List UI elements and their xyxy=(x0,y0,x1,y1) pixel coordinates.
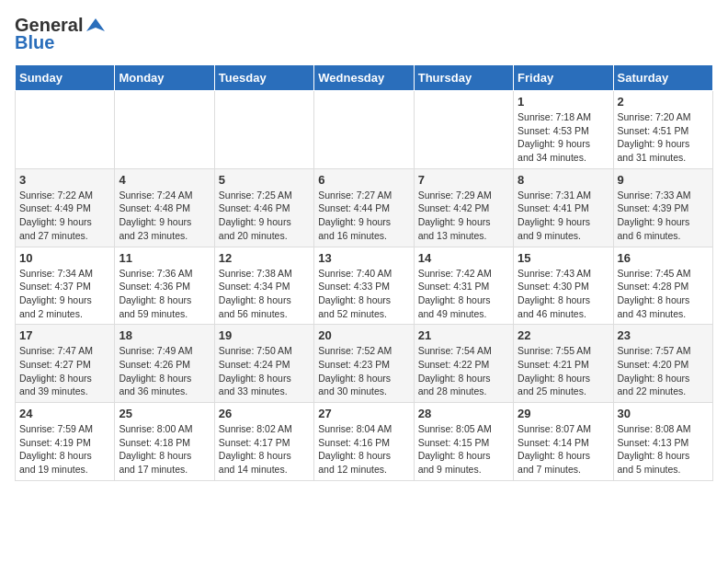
calendar-cell xyxy=(414,91,513,169)
header: General Blue xyxy=(15,15,713,53)
calendar-cell: 14Sunrise: 7:42 AM Sunset: 4:31 PM Dayli… xyxy=(414,247,513,325)
day-number: 29 xyxy=(518,407,609,420)
day-info: Sunrise: 7:34 AM Sunset: 4:37 PM Dayligh… xyxy=(19,267,110,321)
day-number: 27 xyxy=(318,407,409,420)
day-number: 4 xyxy=(119,173,210,187)
calendar-cell: 2Sunrise: 7:20 AM Sunset: 4:51 PM Daylig… xyxy=(613,91,712,169)
day-info: Sunrise: 8:08 AM Sunset: 4:13 PM Dayligh… xyxy=(618,422,709,477)
weekday-header-friday: Friday xyxy=(514,65,613,91)
logo-blue: Blue xyxy=(15,32,54,53)
calendar-cell: 26Sunrise: 8:02 AM Sunset: 4:17 PM Dayli… xyxy=(214,403,313,481)
calendar-cell: 12Sunrise: 7:38 AM Sunset: 4:34 PM Dayli… xyxy=(214,247,313,325)
day-info: Sunrise: 7:42 AM Sunset: 4:31 PM Dayligh… xyxy=(418,267,509,321)
day-number: 8 xyxy=(518,173,609,187)
day-info: Sunrise: 7:20 AM Sunset: 4:51 PM Dayligh… xyxy=(618,110,709,165)
calendar-cell: 11Sunrise: 7:36 AM Sunset: 4:36 PM Dayli… xyxy=(115,247,214,325)
calendar-cell: 10Sunrise: 7:34 AM Sunset: 4:37 PM Dayli… xyxy=(16,247,115,325)
day-number: 22 xyxy=(518,328,609,342)
calendar-cell: 5Sunrise: 7:25 AM Sunset: 4:46 PM Daylig… xyxy=(214,168,313,247)
calendar-cell: 23Sunrise: 7:57 AM Sunset: 4:20 PM Dayli… xyxy=(613,325,712,403)
day-number: 5 xyxy=(219,173,310,187)
day-info: Sunrise: 7:45 AM Sunset: 4:28 PM Dayligh… xyxy=(618,267,709,321)
weekday-header-wednesday: Wednesday xyxy=(314,65,414,91)
day-number: 15 xyxy=(518,251,609,265)
calendar-cell xyxy=(115,91,214,169)
day-info: Sunrise: 7:57 AM Sunset: 4:20 PM Dayligh… xyxy=(618,344,709,398)
calendar-cell: 17Sunrise: 7:47 AM Sunset: 4:27 PM Dayli… xyxy=(16,325,115,403)
calendar-cell: 28Sunrise: 8:05 AM Sunset: 4:15 PM Dayli… xyxy=(414,403,513,481)
day-number: 12 xyxy=(219,251,310,265)
calendar-cell: 24Sunrise: 7:59 AM Sunset: 4:19 PM Dayli… xyxy=(16,403,115,481)
day-info: Sunrise: 7:54 AM Sunset: 4:22 PM Dayligh… xyxy=(418,344,509,398)
day-info: Sunrise: 7:38 AM Sunset: 4:34 PM Dayligh… xyxy=(219,267,310,321)
calendar-cell: 15Sunrise: 7:43 AM Sunset: 4:30 PM Dayli… xyxy=(514,247,613,325)
day-number: 14 xyxy=(418,251,509,265)
day-number: 3 xyxy=(19,173,110,187)
calendar-cell: 16Sunrise: 7:45 AM Sunset: 4:28 PM Dayli… xyxy=(613,247,712,325)
day-info: Sunrise: 7:27 AM Sunset: 4:44 PM Dayligh… xyxy=(318,189,409,243)
day-info: Sunrise: 8:07 AM Sunset: 4:14 PM Dayligh… xyxy=(518,422,609,477)
day-info: Sunrise: 7:33 AM Sunset: 4:39 PM Dayligh… xyxy=(618,189,709,243)
logo: General Blue xyxy=(15,15,105,53)
calendar-cell: 9Sunrise: 7:33 AM Sunset: 4:39 PM Daylig… xyxy=(613,168,712,247)
day-number: 25 xyxy=(119,407,210,420)
day-number: 26 xyxy=(219,407,310,420)
day-number: 19 xyxy=(219,328,310,342)
day-info: Sunrise: 7:49 AM Sunset: 4:26 PM Dayligh… xyxy=(119,344,210,398)
calendar-cell: 1Sunrise: 7:18 AM Sunset: 4:53 PM Daylig… xyxy=(514,91,613,169)
day-number: 21 xyxy=(418,328,509,342)
day-info: Sunrise: 7:36 AM Sunset: 4:36 PM Dayligh… xyxy=(119,267,210,321)
calendar-cell xyxy=(16,91,115,169)
day-info: Sunrise: 7:55 AM Sunset: 4:21 PM Dayligh… xyxy=(518,344,609,398)
calendar-cell: 20Sunrise: 7:52 AM Sunset: 4:23 PM Dayli… xyxy=(314,325,414,403)
day-info: Sunrise: 8:04 AM Sunset: 4:16 PM Dayligh… xyxy=(318,422,409,477)
calendar-cell: 21Sunrise: 7:54 AM Sunset: 4:22 PM Dayli… xyxy=(414,325,513,403)
day-number: 23 xyxy=(618,328,709,342)
calendar-cell xyxy=(214,91,313,169)
day-info: Sunrise: 7:47 AM Sunset: 4:27 PM Dayligh… xyxy=(19,344,110,398)
calendar-cell: 8Sunrise: 7:31 AM Sunset: 4:41 PM Daylig… xyxy=(514,168,613,247)
day-info: Sunrise: 7:50 AM Sunset: 4:24 PM Dayligh… xyxy=(219,344,310,398)
calendar-table: SundayMondayTuesdayWednesdayThursdayFrid… xyxy=(15,64,713,481)
day-info: Sunrise: 7:22 AM Sunset: 4:49 PM Dayligh… xyxy=(19,189,110,243)
calendar-cell: 30Sunrise: 8:08 AM Sunset: 4:13 PM Dayli… xyxy=(613,403,712,481)
day-info: Sunrise: 7:43 AM Sunset: 4:30 PM Dayligh… xyxy=(518,267,609,321)
calendar-cell: 4Sunrise: 7:24 AM Sunset: 4:48 PM Daylig… xyxy=(115,168,214,247)
weekday-header-monday: Monday xyxy=(115,65,214,91)
day-info: Sunrise: 7:31 AM Sunset: 4:41 PM Dayligh… xyxy=(518,189,609,243)
day-info: Sunrise: 7:24 AM Sunset: 4:48 PM Dayligh… xyxy=(119,189,210,243)
day-info: Sunrise: 7:29 AM Sunset: 4:42 PM Dayligh… xyxy=(418,189,509,243)
calendar-cell xyxy=(314,91,414,169)
calendar-cell: 22Sunrise: 7:55 AM Sunset: 4:21 PM Dayli… xyxy=(514,325,613,403)
day-info: Sunrise: 7:52 AM Sunset: 4:23 PM Dayligh… xyxy=(318,344,409,398)
svg-marker-0 xyxy=(86,18,105,31)
day-number: 30 xyxy=(618,407,709,420)
day-info: Sunrise: 7:18 AM Sunset: 4:53 PM Dayligh… xyxy=(518,110,609,165)
day-number: 2 xyxy=(618,95,709,109)
day-info: Sunrise: 7:25 AM Sunset: 4:46 PM Dayligh… xyxy=(219,189,310,243)
calendar-cell: 3Sunrise: 7:22 AM Sunset: 4:49 PM Daylig… xyxy=(16,168,115,247)
calendar-cell: 7Sunrise: 7:29 AM Sunset: 4:42 PM Daylig… xyxy=(414,168,513,247)
day-info: Sunrise: 8:05 AM Sunset: 4:15 PM Dayligh… xyxy=(418,422,509,477)
calendar-cell: 6Sunrise: 7:27 AM Sunset: 4:44 PM Daylig… xyxy=(314,168,414,247)
day-info: Sunrise: 7:40 AM Sunset: 4:33 PM Dayligh… xyxy=(318,267,409,321)
day-number: 16 xyxy=(618,251,709,265)
calendar-cell: 27Sunrise: 8:04 AM Sunset: 4:16 PM Dayli… xyxy=(314,403,414,481)
calendar-cell: 13Sunrise: 7:40 AM Sunset: 4:33 PM Dayli… xyxy=(314,247,414,325)
day-number: 11 xyxy=(119,251,210,265)
calendar-cell: 18Sunrise: 7:49 AM Sunset: 4:26 PM Dayli… xyxy=(115,325,214,403)
day-number: 9 xyxy=(618,173,709,187)
weekday-header-thursday: Thursday xyxy=(414,65,513,91)
calendar-cell: 19Sunrise: 7:50 AM Sunset: 4:24 PM Dayli… xyxy=(214,325,313,403)
day-number: 6 xyxy=(318,173,409,187)
calendar-cell: 25Sunrise: 8:00 AM Sunset: 4:18 PM Dayli… xyxy=(115,403,214,481)
day-number: 10 xyxy=(19,251,110,265)
day-info: Sunrise: 7:59 AM Sunset: 4:19 PM Dayligh… xyxy=(19,422,110,477)
day-number: 24 xyxy=(19,407,110,420)
weekday-header-tuesday: Tuesday xyxy=(214,65,313,91)
day-info: Sunrise: 8:00 AM Sunset: 4:18 PM Dayligh… xyxy=(119,422,210,477)
day-number: 7 xyxy=(418,173,509,187)
logo-bird-icon xyxy=(86,17,105,35)
day-number: 13 xyxy=(318,251,409,265)
weekday-header-sunday: Sunday xyxy=(16,65,115,91)
